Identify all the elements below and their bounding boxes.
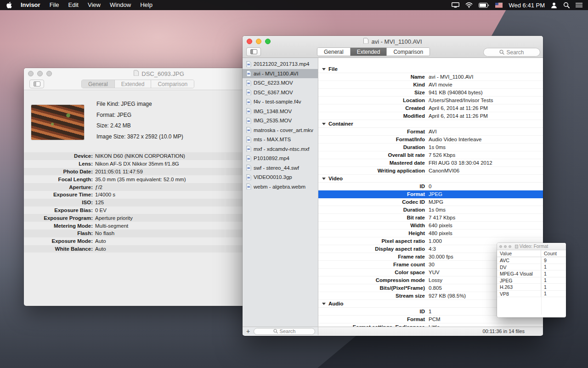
tab-comparison[interactable]: Comparison	[151, 80, 194, 88]
file-icon	[246, 155, 251, 161]
property-row[interactable]: ID0	[318, 183, 543, 190]
property-row[interactable]: Nameavi - MVI_1100.AVI	[318, 73, 543, 81]
popup-window-controls[interactable]	[499, 245, 511, 248]
property-row[interactable]: Writing applicationCanonMVI06	[318, 167, 543, 175]
menu-clock[interactable]: Wed 6:41 PM	[509, 2, 545, 9]
sidebar-file-item[interactable]: IMG_1348.MOV	[243, 107, 318, 116]
property-row[interactable]: FormatAVI	[318, 128, 543, 136]
popup-table-row[interactable]: DV1	[497, 264, 566, 271]
column-header-count[interactable]: Count	[541, 251, 557, 256]
property-row[interactable]: Width640 pixels	[318, 222, 543, 230]
popup-table-row[interactable]: AVC9	[497, 257, 566, 264]
property-row[interactable]: CreatedApril 6, 2014 at 11:26 PM	[318, 104, 543, 112]
add-file-button[interactable]: +	[244, 328, 252, 335]
front-window-titlebar[interactable]: avi - MVI_1100.AVI	[243, 36, 543, 47]
search-placeholder: Search	[280, 328, 296, 334]
popup-title: Video: Format	[520, 244, 548, 249]
section-header-container[interactable]: Container	[318, 120, 543, 128]
minimize-button[interactable]	[37, 71, 43, 76]
apple-menu-icon[interactable]	[6, 2, 16, 8]
sidebar-file-item[interactable]: DSC_6367.MOV	[243, 88, 318, 98]
minimize-button[interactable]	[256, 39, 261, 44]
file-name: DSC_6367.MOV	[254, 90, 293, 95]
sidebar-file-item[interactable]: matroska - cover_art.mkv	[243, 126, 318, 135]
sidebar-file-item[interactable]: VIDEO0010.3gp	[243, 172, 318, 182]
property-row[interactable]: FormatJPEG	[318, 190, 543, 198]
notification-center-icon[interactable]	[576, 2, 582, 8]
property-row[interactable]: Duration1s 0ms	[318, 144, 543, 151]
sidebar-file-item[interactable]: mxf - xdcamdv-ntsc.mxf	[243, 144, 318, 154]
section-header-video[interactable]: Video	[318, 175, 543, 183]
zoom-button[interactable]	[509, 245, 511, 248]
toolbar-search-field[interactable]: Search	[483, 48, 540, 57]
summary-row: Format: JPEG	[96, 110, 183, 121]
user-icon[interactable]	[551, 2, 557, 8]
property-row[interactable]: ModifiedApril 6, 2014 at 11:26 PM	[318, 112, 543, 120]
property-row[interactable]: Format/InfoAudio Video Interleave	[318, 136, 543, 144]
tab-extended[interactable]: Extended	[115, 80, 152, 88]
minimize-button[interactable]	[504, 245, 507, 248]
sidebar-footer: + Search	[243, 327, 318, 335]
popup-table-row[interactable]: MPEG-4 Visual1	[497, 270, 566, 277]
sidebar-toggle-button[interactable]	[29, 80, 44, 88]
sidebar-file-item[interactable]: f4v - test-sample.f4v	[243, 97, 318, 107]
section-header-file[interactable]: File	[318, 65, 543, 73]
popup-titlebar[interactable]: Video: Format	[497, 243, 566, 250]
disclosure-triangle-icon[interactable]	[322, 178, 326, 180]
tab-general[interactable]: General	[82, 80, 115, 88]
property-row[interactable]: Size941 KB (940804 bytes)	[318, 89, 543, 97]
tab-extended[interactable]: Extended	[351, 48, 387, 56]
property-row[interactable]: KindAVI movie	[318, 81, 543, 89]
column-header-value[interactable]: Value	[497, 250, 541, 257]
sidebar-file-item[interactable]: swf - stereo_44.swf	[243, 163, 318, 173]
file-name: IMG_2535.MOV	[254, 118, 292, 123]
sidebar-file-item[interactable]: avi - MVI_1100.AVI	[243, 69, 318, 79]
property-row[interactable]: Codec IDMJPG	[318, 198, 543, 206]
display-mirroring-icon[interactable]	[452, 2, 459, 8]
sidebar-file-item[interactable]: IMG_2535.MOV	[243, 116, 318, 126]
battery-icon[interactable]	[479, 3, 489, 8]
zoom-button[interactable]	[265, 39, 271, 44]
input-source-flag-icon[interactable]	[495, 3, 503, 8]
sidebar-file-item[interactable]: webm - algebra.webm	[243, 182, 318, 192]
file-name: webm - algebra.webm	[254, 184, 305, 190]
close-button[interactable]	[28, 71, 34, 76]
disclosure-triangle-icon[interactable]	[322, 123, 326, 125]
file-icon	[246, 108, 251, 114]
file-icon	[246, 61, 251, 67]
menu-help[interactable]: Help	[136, 0, 157, 10]
spotlight-search-icon[interactable]	[563, 2, 570, 8]
file-name: f4v - test-sample.f4v	[254, 99, 301, 104]
disclosure-triangle-icon[interactable]	[322, 68, 326, 70]
disclosure-triangle-icon[interactable]	[322, 303, 326, 305]
popup-table-row[interactable]: H.2631	[497, 284, 566, 291]
menu-file[interactable]: File	[45, 0, 64, 10]
menu-edit[interactable]: Edit	[64, 0, 83, 10]
tab-comparison[interactable]: Comparison	[387, 48, 430, 56]
zoom-button[interactable]	[46, 71, 52, 76]
property-row[interactable]: Height480 pixels	[318, 230, 543, 237]
sidebar-file-item[interactable]: 20121202_201713.mp4	[243, 59, 318, 69]
property-row[interactable]: Mastered dateFRI AUG 03 18:30:04 2012	[318, 159, 543, 167]
popup-table-row[interactable]: JPEG1	[497, 277, 566, 284]
property-row[interactable]: Overall bit rate7 526 Kbps	[318, 151, 543, 159]
property-row[interactable]: Format settings, EndiannessLittle	[318, 323, 543, 327]
menu-app-name[interactable]: Invisor	[16, 0, 45, 10]
sidebar-file-item[interactable]: mts - MAX.MTS	[243, 135, 318, 144]
sidebar-file-item[interactable]: DSC_6223.MOV	[243, 78, 318, 88]
sidebar-search-field[interactable]: Search	[254, 328, 315, 335]
file-name: avi - MVI_1100.AVI	[254, 71, 298, 76]
property-row[interactable]: Location/Users/Shared/Invisor Tests	[318, 97, 543, 104]
status-bar: 00:11:36 in 14 files	[318, 327, 543, 335]
menu-window[interactable]: Window	[105, 0, 136, 10]
property-row[interactable]: Duration1s 0ms	[318, 206, 543, 214]
sidebar-toggle-button[interactable]	[246, 47, 261, 56]
menu-view[interactable]: View	[83, 0, 105, 10]
property-row[interactable]: Bit rate7 417 Kbps	[318, 214, 543, 222]
sidebar-file-item[interactable]: P1010892.mp4	[243, 154, 318, 163]
wifi-icon[interactable]	[465, 2, 473, 8]
tab-general[interactable]: General	[317, 48, 351, 56]
close-button[interactable]	[247, 39, 252, 44]
close-button[interactable]	[499, 245, 502, 248]
popup-table-row[interactable]: VP81	[497, 291, 566, 298]
